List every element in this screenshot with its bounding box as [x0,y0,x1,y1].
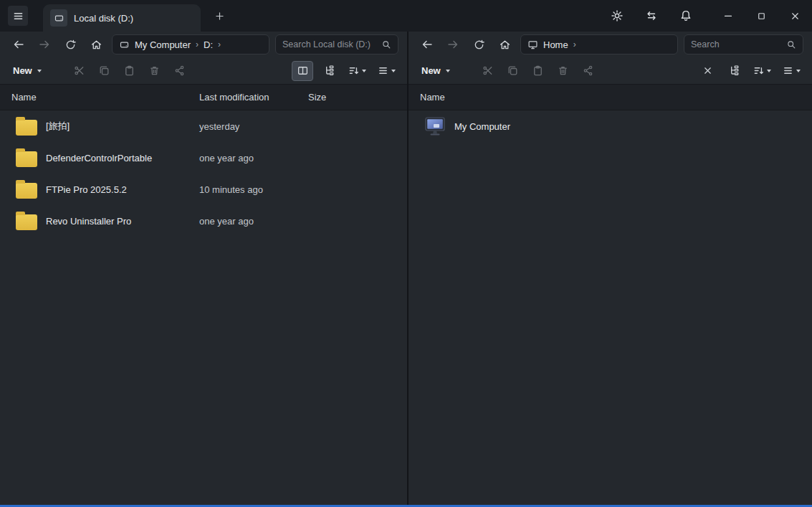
chevron-down-icon [796,70,801,72]
view-mode-button[interactable] [779,61,803,81]
chevron-down-icon [767,70,771,72]
tree-icon [728,65,740,77]
tree-view-button[interactable] [318,61,340,81]
delete-button[interactable] [553,61,574,81]
paste-button[interactable] [119,61,140,81]
breadcrumb[interactable]: Home › [520,34,678,55]
gear-icon [611,9,624,22]
column-header-size[interactable]: Size [308,92,407,103]
list-view-icon [377,65,389,77]
paste-icon [123,65,135,77]
home-icon [90,39,102,51]
swap-panes-button[interactable] [645,9,658,22]
chevron-down-icon [362,70,366,72]
paste-icon [532,65,544,77]
file-modified: yesterday [199,121,308,132]
right-action-row: New [409,57,812,84]
column-header-name[interactable]: Name [11,92,199,103]
sort-button[interactable] [750,61,774,81]
arrow-left-icon [12,38,25,51]
copy-button[interactable] [94,61,115,81]
share-button[interactable] [169,61,191,81]
file-name: FTPie Pro 2025.5.2 [46,184,127,195]
search-input[interactable] [282,39,377,49]
paste-button[interactable] [527,61,549,81]
sort-button[interactable] [345,61,369,81]
refresh-button[interactable] [60,34,80,55]
delete-button[interactable] [144,61,166,81]
close-icon [790,11,801,22]
back-button[interactable] [9,34,29,55]
right-pane: Home › New [409,32,812,507]
search-input[interactable] [691,39,782,49]
file-row[interactable]: DefenderControlrPortable one year ago [0,142,407,174]
dual-pane-container: My Computer › D: › New [0,32,812,507]
breadcrumb-drive-icon [119,39,130,50]
dual-pane-toggle[interactable] [292,61,313,81]
search-icon [381,39,391,49]
tree-view-button[interactable] [723,61,745,81]
forward-button[interactable] [443,34,463,55]
chevron-down-icon [391,70,396,72]
file-modified: one year ago [199,153,308,164]
settings-button[interactable] [611,9,624,22]
back-button[interactable] [417,34,437,55]
column-header-modified[interactable]: Last modification [199,92,308,103]
tab-title: Local disk (D:) [74,13,133,24]
copy-icon [98,65,110,77]
swap-arrows-icon [645,9,658,22]
breadcrumb-root[interactable]: Home [543,39,568,50]
copy-button[interactable] [502,61,524,81]
file-row[interactable]: Revo Uninstaller Pro one year ago [0,205,407,237]
new-button[interactable]: New [417,61,454,81]
bell-icon [679,9,692,22]
left-pane: My Computer › D: › New [0,32,407,507]
list-item[interactable]: My Computer [409,110,812,142]
forward-button[interactable] [34,34,54,55]
breadcrumb-segment-drive[interactable]: D: [204,39,213,50]
list-view-icon [782,65,794,77]
chevron-down-icon [446,70,450,72]
tree-icon [323,65,335,77]
breadcrumb-root[interactable]: My Computer [135,39,191,50]
home-button[interactable] [86,34,106,55]
home-button[interactable] [495,34,515,55]
my-computer-icon [424,116,446,136]
left-nav-row: My Computer › D: › [0,32,407,57]
file-row[interactable]: FTPie Pro 2025.5.2 10 minutes ago [0,174,407,205]
close-split-button[interactable] [697,61,718,81]
file-name: Revo Uninstaller Pro [46,216,131,227]
cut-button[interactable] [477,61,499,81]
trash-icon [557,65,569,77]
close-button[interactable] [778,0,812,32]
dual-pane-icon [297,65,309,77]
cut-button[interactable] [69,61,90,81]
file-modified: 10 minutes ago [199,184,308,195]
chevron-down-icon [37,70,42,72]
file-modified: one year ago [199,216,308,227]
view-mode-button[interactable] [374,61,398,81]
new-button-label: New [421,65,441,76]
folder-icon [16,183,37,199]
right-column-headers: Name [409,84,812,110]
menu-button[interactable] [8,6,28,26]
new-button-label: New [13,65,32,76]
titlebar: Local disk (D:) [0,0,812,32]
minimize-button[interactable] [711,0,745,32]
search-box [275,34,398,55]
notifications-button[interactable] [679,9,692,22]
trash-icon [148,65,161,77]
new-tab-button[interactable] [209,6,229,26]
column-header-name[interactable]: Name [420,92,812,103]
close-icon [702,65,713,76]
maximize-button[interactable] [745,0,778,32]
new-button[interactable]: New [9,61,46,81]
refresh-button[interactable] [469,34,489,55]
search-box [684,34,803,55]
file-row[interactable]: [旅拍] yesterday [0,110,407,142]
tab-local-disk[interactable]: Local disk (D:) [43,4,201,32]
breadcrumb[interactable]: My Computer › D: › [112,34,269,55]
share-button[interactable] [578,61,599,81]
home-icon [499,39,511,51]
copy-icon [507,65,519,77]
